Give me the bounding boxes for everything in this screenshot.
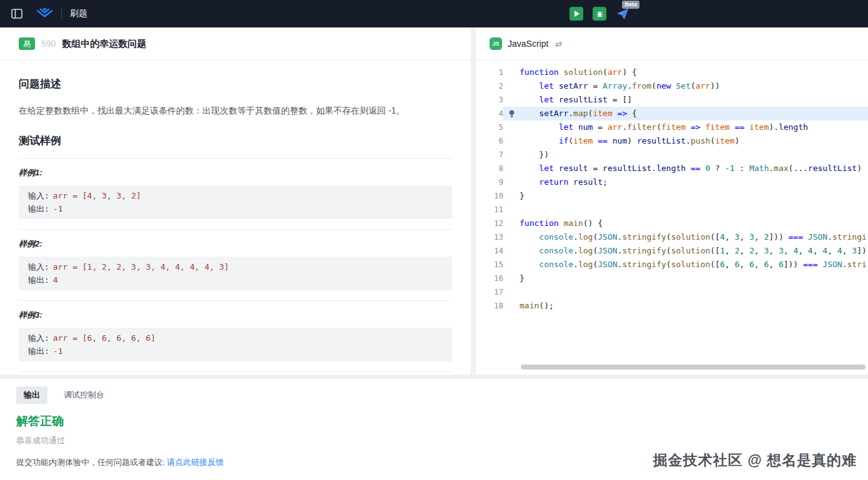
submit-button[interactable]: Beta xyxy=(616,7,629,21)
divider xyxy=(19,158,452,159)
input-value: arr = [1, 2, 2, 3, 3, 4, 4, 4, 4, 3] xyxy=(53,262,229,272)
divider xyxy=(19,300,452,301)
code-line[interactable]: 2 let setArr = Array.from(new Set(arr)) xyxy=(476,79,868,93)
topbar-actions: Beta xyxy=(570,7,629,21)
feedback-link[interactable]: 请点此链接反馈 xyxy=(167,458,224,467)
play-icon xyxy=(575,11,579,17)
tab-debug-console[interactable]: 调试控制台 xyxy=(64,386,104,404)
divider xyxy=(19,229,452,230)
sample-block: 输入:arr = [6, 6, 6, 6, 6] 输出:-1 xyxy=(19,328,452,361)
panel-divider[interactable] xyxy=(471,27,476,375)
code-line[interactable]: 12function main() { xyxy=(476,217,868,230)
code-line[interactable]: 1function solution(arr) { xyxy=(476,66,868,79)
line-number: 15 xyxy=(476,258,503,272)
sample-block: 输入:arr = [1, 2, 2, 3, 3, 4, 4, 4, 4, 3] … xyxy=(19,257,452,290)
line-number: 5 xyxy=(476,120,503,134)
editor-header: JS JavaScript ⇄ xyxy=(476,27,868,61)
line-number: 18 xyxy=(476,299,503,313)
code-line[interactable]: 16} xyxy=(476,272,868,285)
console-divider[interactable] xyxy=(0,375,868,379)
output-value: 4 xyxy=(53,275,58,285)
code-line[interactable]: 4 setArr.map(item => { xyxy=(476,107,868,120)
output-label: 输出: xyxy=(28,204,49,213)
problem-header: 易 590 数组中的幸运数问题 xyxy=(0,27,471,61)
code-lines: 1function solution(arr) {2 let setArr = … xyxy=(476,66,868,313)
run-button[interactable] xyxy=(570,7,583,21)
line-number: 9 xyxy=(476,175,503,189)
problem-title: 数组中的幸运数问题 xyxy=(62,38,146,50)
line-number: 10 xyxy=(476,189,503,203)
code-line[interactable]: 17 xyxy=(476,285,868,299)
output-label: 输出: xyxy=(28,346,49,356)
horizontal-scrollbar[interactable] xyxy=(521,365,866,370)
line-number: 16 xyxy=(476,272,503,285)
editor-panel: JS JavaScript ⇄ 1function solution(arr) … xyxy=(476,27,868,375)
input-value: arr = [4, 3, 3, 2] xyxy=(53,191,141,200)
sidebar-toggle-icon[interactable] xyxy=(11,9,22,19)
line-number: 3 xyxy=(476,93,503,107)
code-line[interactable]: 14 console.log(JSON.stringify(solution([… xyxy=(476,244,868,258)
result-status: 解答正确 xyxy=(16,413,852,429)
line-number: 12 xyxy=(476,217,503,230)
input-label: 输入: xyxy=(28,333,49,343)
juejin-logo-icon[interactable] xyxy=(36,7,53,21)
code-line[interactable]: 18main(); xyxy=(476,299,868,313)
line-number: 13 xyxy=(476,230,503,244)
topbar-divider xyxy=(61,9,62,19)
output-value: -1 xyxy=(53,346,63,356)
language-label[interactable]: JavaScript xyxy=(508,39,548,49)
console-panel: 输出 调试控制台 解答正确 恭喜成功通过 提交功能内测体验中，任何问题或者建议:… xyxy=(0,379,868,480)
code-line[interactable]: 13 console.log(JSON.stringify(solution([… xyxy=(476,230,868,244)
line-number: 8 xyxy=(476,162,503,175)
watermark: 掘金技术社区 @ 想名是真的难 xyxy=(653,451,857,470)
line-number: 1 xyxy=(476,66,503,79)
sample-3-label: 样例3: xyxy=(19,310,452,321)
problem-panel: 易 590 数组中的幸运数问题 问题描述 在给定整数数组中，找出最大满足该条件的… xyxy=(0,27,471,375)
code-line[interactable]: 8 let result = resultList.length == 0 ? … xyxy=(476,162,868,175)
problem-content: 问题描述 在给定整数数组中，找出最大满足该条件的数：出现次数等于其数值的整数，如… xyxy=(0,61,471,375)
samples-heading: 测试样例 xyxy=(19,134,452,148)
code-line[interactable]: 6 if(item == num) resultList.push(item) xyxy=(476,134,868,148)
beta-badge: Beta xyxy=(622,1,639,9)
divider xyxy=(19,371,452,372)
code-line[interactable]: 10} xyxy=(476,189,868,203)
console-tabs: 输出 调试控制台 xyxy=(16,386,852,404)
tab-output[interactable]: 输出 xyxy=(16,386,47,404)
description-heading: 问题描述 xyxy=(19,77,452,91)
input-label: 输入: xyxy=(28,262,49,272)
paper-plane-icon xyxy=(616,8,629,20)
app-title: 刷题 xyxy=(70,8,87,19)
main-split: 易 590 数组中的幸运数问题 问题描述 在给定整数数组中，找出最大满足该条件的… xyxy=(0,27,868,375)
bug-icon xyxy=(596,10,604,18)
sample-1-label: 样例1: xyxy=(19,167,452,179)
line-number: 2 xyxy=(476,79,503,93)
line-number: 7 xyxy=(476,148,503,162)
line-number: 17 xyxy=(476,285,503,299)
line-number: 6 xyxy=(476,134,503,148)
result-subtitle: 恭喜成功通过 xyxy=(16,435,852,446)
swap-language-icon[interactable]: ⇄ xyxy=(555,39,562,49)
code-line[interactable]: 11 xyxy=(476,203,868,217)
output-value: -1 xyxy=(53,204,63,213)
problem-id: 590 xyxy=(41,39,56,49)
line-number: 14 xyxy=(476,244,503,258)
code-line[interactable]: 3 let resultList = [] xyxy=(476,93,868,107)
output-label: 输出: xyxy=(28,275,49,285)
code-line[interactable]: 9 return result; xyxy=(476,175,868,189)
code-line[interactable]: 5 let num = arr.filter(fitem => fitem ==… xyxy=(476,120,868,134)
lightbulb-icon[interactable] xyxy=(508,110,515,118)
topbar: 刷题 Beta xyxy=(0,0,868,27)
difficulty-badge: 易 xyxy=(19,37,35,50)
sample-block: 输入:arr = [4, 3, 3, 2] 输出:-1 xyxy=(19,185,452,219)
input-label: 输入: xyxy=(28,191,49,200)
input-value: arr = [6, 6, 6, 6, 6] xyxy=(53,333,155,343)
javascript-icon: JS xyxy=(490,37,502,50)
code-editor[interactable]: 1function solution(arr) {2 let setArr = … xyxy=(476,61,868,375)
code-line[interactable]: 15 console.log(JSON.stringify(solution([… xyxy=(476,258,868,272)
debug-button[interactable] xyxy=(593,7,606,21)
problem-description: 在给定整数数组中，找出最大满足该条件的数：出现次数等于其数值的整数，如果不存在则… xyxy=(19,104,452,119)
line-number: 4 xyxy=(476,107,503,120)
sample-2-label: 样例2: xyxy=(19,238,452,250)
code-line[interactable]: 7 }) xyxy=(476,148,868,162)
feedback-text: 提交功能内测体验中，任何问题或者建议: xyxy=(16,458,167,467)
